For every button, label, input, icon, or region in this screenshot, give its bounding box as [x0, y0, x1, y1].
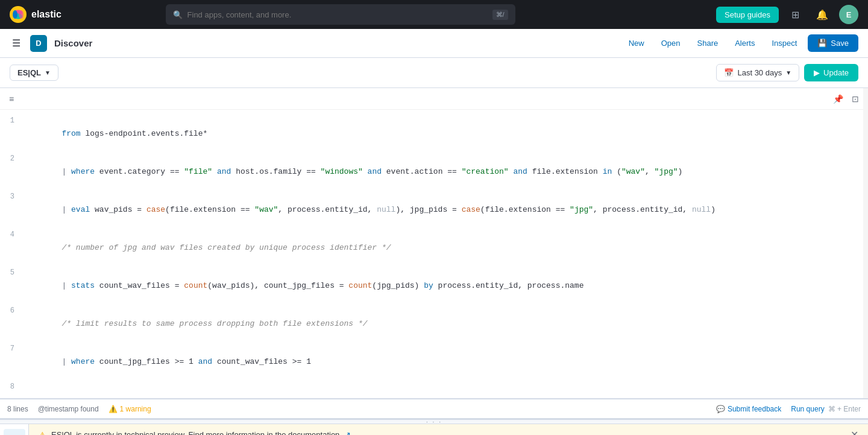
code-line-2: 2 | where event.category == "file" and h… [0, 153, 868, 191]
line-number-4: 4 [0, 229, 24, 241]
calendar-icon: 📅 [724, 68, 734, 77]
editor-top-bar: ≡ 📌 ⊡ [0, 88, 868, 110]
results-main: ⚠ ES|QL is currently in technical previe… [29, 424, 868, 435]
svg-point-3 [13, 10, 17, 19]
results-area: ⊞ ⚠ ES|QL is currently in technical prev… [0, 424, 868, 435]
preview-text: ES|QL is currently in technical preview.… [51, 430, 339, 435]
close-banner-button[interactable]: ✕ [851, 429, 858, 435]
warning-status[interactable]: ⚠️ 1 warning [108, 405, 151, 413]
code-line-5: 5 | stats count_wav_files = count(wav_pi… [0, 267, 868, 305]
line-content-5: | stats count_wav_files = count(wav_pids… [24, 267, 868, 305]
logo-text: elastic [31, 9, 61, 20]
line-content-1: from logs-endpoint.events.file* [24, 115, 868, 153]
alerts-button[interactable]: Alerts [729, 35, 761, 51]
user-avatar[interactable]: E [839, 5, 858, 24]
warning-icon: ⚠️ [108, 405, 118, 413]
inspect-button[interactable]: Inspect [766, 35, 803, 51]
query-toolbar: ES|QL ▼ 📅 Last 30 days ▼ ▶ Update [0, 58, 868, 88]
line-content-8 [24, 381, 868, 393]
line-number-5: 5 [0, 267, 24, 279]
line-content-6: /* limit results to same process droppin… [24, 305, 868, 343]
timestamp-status: @timestamp found [38, 405, 99, 413]
editor-scrollbar[interactable] [863, 88, 868, 398]
search-shortcut: ⌘/ [492, 10, 508, 20]
save-icon: 💾 [817, 39, 827, 48]
line-content-7: | where count_jpg_files >= 1 and count_w… [24, 343, 868, 381]
elastic-logo-icon [10, 6, 27, 23]
line-number-8: 8 [0, 381, 24, 393]
line-number-1: 1 [0, 115, 24, 127]
update-button[interactable]: ▶ Update [804, 64, 858, 81]
line-number-6: 6 [0, 305, 24, 317]
share-button[interactable]: Share [691, 35, 725, 51]
preview-docs-link[interactable]: ↗ [344, 430, 351, 435]
top-nav: elastic 🔍 ⌘/ Setup guides ⊞ 🔔 E [0, 0, 868, 29]
notifications-icon-button[interactable]: 🔔 [813, 5, 832, 24]
code-line-4: 4 /* number of jpg and wav files created… [0, 229, 868, 267]
apm-icon-button[interactable]: ⊞ [786, 5, 805, 24]
lines-count: 8 lines [7, 405, 28, 413]
fullscreen-icon-button[interactable]: ⊡ [850, 92, 861, 106]
status-bar: 8 lines @timestamp found ⚠️ 1 warning 💬 … [0, 399, 868, 419]
submit-feedback-button[interactable]: 💬 Submit feedback [716, 405, 781, 413]
editor-top-right: 📌 ⊡ [831, 92, 861, 106]
global-search-input[interactable] [187, 10, 488, 19]
open-button[interactable]: Open [655, 35, 687, 51]
esql-label: ES|QL [17, 68, 41, 77]
line-number-2: 2 [0, 153, 24, 165]
line-content-3: | eval wav_pids = case(file.extension ==… [24, 191, 868, 229]
global-search-bar[interactable]: 🔍 ⌘/ [166, 4, 515, 25]
app-icon: D [30, 35, 47, 52]
new-button[interactable]: New [623, 35, 650, 51]
code-editor[interactable]: 1 from logs-endpoint.events.file* 2 | wh… [0, 110, 868, 398]
line-number-3: 3 [0, 191, 24, 203]
elastic-logo[interactable]: elastic [10, 6, 61, 23]
svg-point-4 [19, 10, 24, 19]
code-line-3: 3 | eval wav_pids = case(file.extension … [0, 191, 868, 229]
preview-banner: ⚠ ES|QL is currently in technical previe… [29, 424, 868, 435]
search-icon: 🔍 [173, 10, 183, 19]
app-bar-actions: New Open Share Alerts Inspect 💾 Save [623, 34, 858, 52]
setup-guides-button[interactable]: Setup guides [716, 7, 779, 23]
play-icon: ▶ [814, 68, 820, 77]
run-query-button[interactable]: Run query ⌘ + Enter [791, 405, 861, 413]
status-bar-right: 💬 Submit feedback Run query ⌘ + Enter [716, 405, 861, 413]
time-picker-area: 📅 Last 30 days ▼ ▶ Update [716, 64, 858, 81]
editor-menu-icon[interactable]: ≡ [7, 92, 16, 106]
resize-handle[interactable]: · · · [0, 419, 868, 424]
feedback-icon: 💬 [716, 405, 725, 413]
line-number-7: 7 [0, 343, 24, 355]
code-line-7: 7 | where count_jpg_files >= 1 and count… [0, 343, 868, 381]
line-content-2: | where event.category == "file" and hos… [24, 153, 868, 191]
code-line-1: 1 from logs-endpoint.events.file* [0, 115, 868, 153]
save-button[interactable]: 💾 Save [808, 34, 858, 52]
top-nav-actions: Setup guides ⊞ 🔔 E [716, 5, 858, 24]
preview-period: . [356, 430, 358, 435]
line-content-4: /* number of jpg and wav files created b… [24, 229, 868, 267]
time-dropdown-icon: ▼ [785, 69, 791, 76]
time-picker-button[interactable]: 📅 Last 30 days ▼ [716, 64, 799, 81]
app-bar: ☰ D Discover New Open Share Alerts Inspe… [0, 29, 868, 58]
pin-icon-button[interactable]: 📌 [831, 92, 845, 106]
editor-container: ≡ 📌 ⊡ 1 from logs-endpoint.events.file* … [0, 88, 868, 399]
preview-warning-icon: ⚠ [39, 430, 46, 436]
code-line-8: 8 [0, 381, 868, 393]
editor-top-left: ≡ [7, 92, 16, 106]
esql-dropdown-icon: ▼ [45, 69, 51, 76]
hamburger-menu-button[interactable]: ☰ [10, 35, 23, 51]
results-sidebar: ⊞ [0, 424, 29, 435]
code-line-6: 6 /* limit results to same process dropp… [0, 305, 868, 343]
app-name: Discover [54, 38, 92, 48]
esql-mode-button[interactable]: ES|QL ▼ [10, 65, 58, 81]
sidebar-panel-button[interactable]: ⊞ [4, 429, 25, 435]
